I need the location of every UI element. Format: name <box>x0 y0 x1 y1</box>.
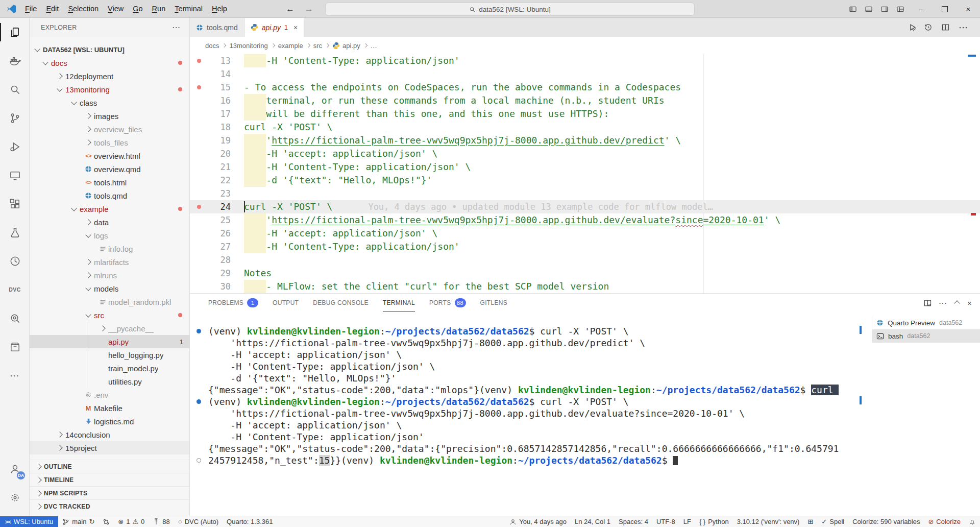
tree-item-makefile[interactable]: MMakefile <box>30 401 189 415</box>
toggle-panel-icon[interactable] <box>865 5 873 13</box>
activity-search-icon[interactable] <box>0 75 30 104</box>
split-editor-button[interactable] <box>941 23 950 32</box>
status-spell-checker[interactable]: ✓Spell <box>817 516 848 527</box>
breadcrumb-item-example[interactable]: example <box>278 42 303 50</box>
breadcrumb-item-docs[interactable]: docs <box>205 42 219 50</box>
sidebar-section-dvc-tracked[interactable]: DVC TRACKED <box>30 499 189 513</box>
tree-item-tools-html[interactable]: <>tools.html <box>30 176 189 189</box>
terminal[interactable]: (venv) kvlinden@kvlinden-legion:~/projec… <box>190 312 980 466</box>
gutter-dot[interactable] <box>197 205 201 209</box>
status-compare-changes[interactable] <box>99 516 114 527</box>
tree-item-data562-wsl-ubuntu-[interactable]: DATA562 [WSL: UBUNTU] <box>30 43 189 56</box>
tree-item-model-random-pkl[interactable]: model_random.pkl <box>30 295 189 308</box>
command-decoration-icon[interactable] <box>197 458 201 463</box>
tree-item-12deployment[interactable]: 12deployment <box>30 69 189 83</box>
tree-item-data[interactable]: data <box>30 215 189 229</box>
tree-item--env[interactable]: .env <box>30 388 189 401</box>
sidebar-section-outline[interactable]: OUTLINE <box>30 460 189 473</box>
timeline-history-icon[interactable] <box>924 23 933 32</box>
status-encoding[interactable]: UTF-8 <box>652 516 679 527</box>
tree-item-hello-logging-py[interactable]: hello_logging.py <box>30 348 189 362</box>
activity-testing-icon[interactable] <box>0 218 30 247</box>
menu-run[interactable]: Run <box>148 0 170 17</box>
tree-item-docs[interactable]: docs <box>30 56 189 69</box>
menu-view[interactable]: View <box>103 0 128 17</box>
activity-more-views-icon[interactable]: ⋯ <box>0 361 30 390</box>
command-decoration-icon[interactable] <box>197 329 201 333</box>
tree-item-example[interactable]: example <box>30 202 189 215</box>
breadcrumb-item-[interactable]: … <box>371 42 377 50</box>
tree-item-info-log[interactable]: info.log <box>30 242 189 255</box>
tree-item-overview-files[interactable]: overview_files <box>30 123 189 136</box>
gutter-dot[interactable] <box>197 85 201 89</box>
sidebar-section-timeline[interactable]: TIMELINE <box>30 473 189 486</box>
tree-item-tools-files[interactable]: tools_files <box>30 136 189 149</box>
panel-tab-problems[interactable]: PROBLEMS1 <box>208 294 258 312</box>
status-grid-status[interactable]: ⊞ <box>803 516 817 527</box>
tree-item-images[interactable]: images <box>30 109 189 123</box>
panel-tab-gitlens[interactable]: GITLENS <box>480 294 507 312</box>
breadcrumb-item-13monitoring[interactable]: 13monitoring <box>229 42 267 50</box>
menu-edit[interactable]: Edit <box>41 0 63 17</box>
run-python-file-button[interactable] <box>908 23 915 32</box>
status-colorize-count[interactable]: Colorize: 590 variables <box>848 516 924 527</box>
menu-terminal[interactable]: Terminal <box>170 0 207 17</box>
more-actions-button[interactable]: ⋯ <box>959 22 968 33</box>
close-tab-icon[interactable]: × <box>293 23 298 32</box>
maximize-button[interactable] <box>933 0 957 18</box>
status-eol-sequence[interactable]: LF <box>679 516 695 527</box>
tab-tools-qmd[interactable]: tools.qmd <box>190 18 244 37</box>
menu-selection[interactable]: Selection <box>63 0 103 17</box>
menu-file[interactable]: File <box>20 0 41 17</box>
toggle-secondary-sidebar-icon[interactable] <box>880 5 889 13</box>
activity-accounts-icon[interactable]: DA <box>0 454 30 483</box>
panel-tab-terminal[interactable]: TERMINAL <box>383 294 415 312</box>
breadcrumb-item-src[interactable]: src <box>313 42 322 50</box>
status-ports-forwarded[interactable]: 88 <box>149 516 174 527</box>
explorer-more-actions[interactable]: ⋯ <box>172 22 180 32</box>
tree-item-logistics-md[interactable]: logistics.md <box>30 415 189 428</box>
tree-item-api-py[interactable]: api.py1 <box>30 335 189 348</box>
tree-item-src[interactable]: src <box>30 308 189 322</box>
tree-item-mlruns[interactable]: mlruns <box>30 269 189 282</box>
status-quarto-version[interactable]: Quarto: 1.3.361 <box>223 516 277 527</box>
menu-help[interactable]: Help <box>207 0 232 17</box>
nav-forward-button[interactable]: → <box>305 4 313 14</box>
panel-tab-debug-console[interactable]: DEBUG CONSOLE <box>313 294 369 312</box>
status-indentation[interactable]: Spaces: 4 <box>615 516 652 527</box>
nav-back-button[interactable]: ← <box>286 4 295 14</box>
sidebar-section-npm-scripts[interactable]: NPM SCRIPTS <box>30 486 189 499</box>
terminal-instance-bash[interactable]: bashdata562 <box>872 329 980 343</box>
status-notifications[interactable] <box>965 516 980 527</box>
gutter-dot[interactable] <box>197 59 201 63</box>
maximize-panel-icon[interactable] <box>955 299 959 307</box>
tree-item-utilities-py[interactable]: utilities.py <box>30 375 189 388</box>
status-blame-annotation[interactable]: You, 4 days ago <box>505 516 571 527</box>
tree-item-15project[interactable]: 15project <box>30 441 189 454</box>
status-language-mode[interactable]: { }Python <box>695 516 733 527</box>
tree-item-13monitoring[interactable]: 13monitoring <box>30 83 189 96</box>
activity-settings-icon[interactable] <box>0 483 30 512</box>
tree-item-class[interactable]: class <box>30 96 189 109</box>
tree-item-train-model-py[interactable]: train_model.py <box>30 362 189 375</box>
breadcrumb[interactable]: docs13monitoringexamplesrcapi.py… <box>190 37 980 54</box>
status-git-branch[interactable]: main↻ <box>58 516 99 527</box>
breadcrumb-item-apipy[interactable]: api.py <box>332 42 360 50</box>
status-colorize-toggle[interactable]: ⊘Colorize <box>924 516 965 527</box>
activity-docker-icon[interactable] <box>0 46 30 75</box>
code-editor[interactable]: 13 -H 'Content-Type: application/json'14… <box>190 54 980 293</box>
status-cursor-position[interactable]: Ln 24, Col 1 <box>571 516 615 527</box>
menu-go[interactable]: Go <box>128 0 147 17</box>
activity-remote-explorer-icon[interactable] <box>0 161 30 189</box>
command-decoration-icon[interactable] <box>197 399 201 404</box>
terminal-instance-quarto-preview[interactable]: Quarto Previewdata562 <box>872 316 980 329</box>
close-button[interactable]: × <box>957 0 980 18</box>
toggle-primary-sidebar-icon[interactable] <box>849 5 857 13</box>
tree-item-mlartifacts[interactable]: mlartifacts <box>30 255 189 269</box>
close-panel-icon[interactable]: × <box>967 299 972 307</box>
tab-api-py[interactable]: api.py1× <box>244 18 305 37</box>
panel-tab-output[interactable]: OUTPUT <box>273 294 299 312</box>
tree-item-14conclusion[interactable]: 14conclusion <box>30 428 189 441</box>
terminal-split-button[interactable] <box>923 299 930 307</box>
activity-workspace-box-icon[interactable] <box>0 332 30 361</box>
